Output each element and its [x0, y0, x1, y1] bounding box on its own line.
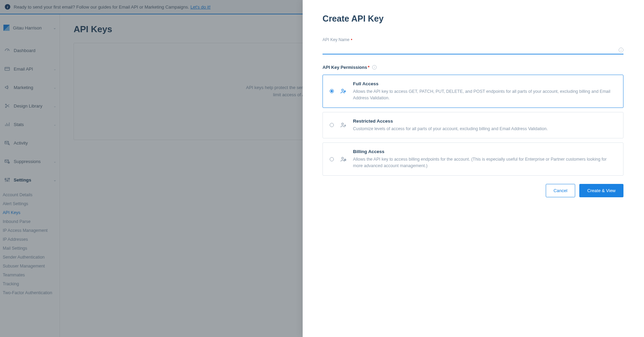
api-key-name-label: API Key Name •: [323, 37, 623, 42]
radio-icon: [330, 123, 334, 127]
drawer-title: Create API Key: [323, 14, 623, 24]
create-view-button[interactable]: Create & View: [579, 184, 623, 197]
create-api-key-drawer: Create API Key API Key Name • i API Key …: [303, 0, 644, 337]
radio-icon: [330, 157, 334, 161]
info-icon[interactable]: i: [372, 65, 377, 70]
drawer-actions: Cancel Create & View: [323, 184, 623, 197]
radio-icon: [330, 89, 334, 93]
svg-point-13: [342, 157, 343, 159]
svg-point-11: [342, 123, 343, 125]
perm-desc: Customize levels of access for all parts…: [353, 126, 616, 132]
required-marker: *: [368, 65, 369, 70]
perm-title: Billing Access: [353, 149, 616, 154]
perm-desc: Allows the API key to access GET, PATCH,…: [353, 88, 616, 101]
user-dollar-icon: [340, 156, 347, 163]
perm-title: Restricted Access: [353, 118, 616, 124]
perm-title: Full Access: [353, 81, 616, 86]
required-marker: •: [351, 37, 352, 42]
perm-desc: Allows the API key to access billing end…: [353, 156, 616, 169]
permissions-label: API Key Permissions * i: [323, 65, 623, 70]
user-gear-icon: [340, 122, 347, 128]
perm-option-billing-access[interactable]: Billing Access Allows the API key to acc…: [323, 142, 623, 176]
api-key-name-input[interactable]: [323, 44, 623, 54]
info-icon[interactable]: i: [619, 48, 623, 52]
perm-option-restricted-access[interactable]: Restricted Access Customize levels of ac…: [323, 112, 623, 139]
user-star-icon: [340, 88, 347, 95]
perm-option-full-access[interactable]: Full Access Allows the API key to access…: [323, 75, 623, 108]
cancel-button[interactable]: Cancel: [546, 184, 575, 197]
svg-point-10: [342, 89, 343, 91]
api-key-name-field: API Key Name • i: [323, 37, 623, 54]
